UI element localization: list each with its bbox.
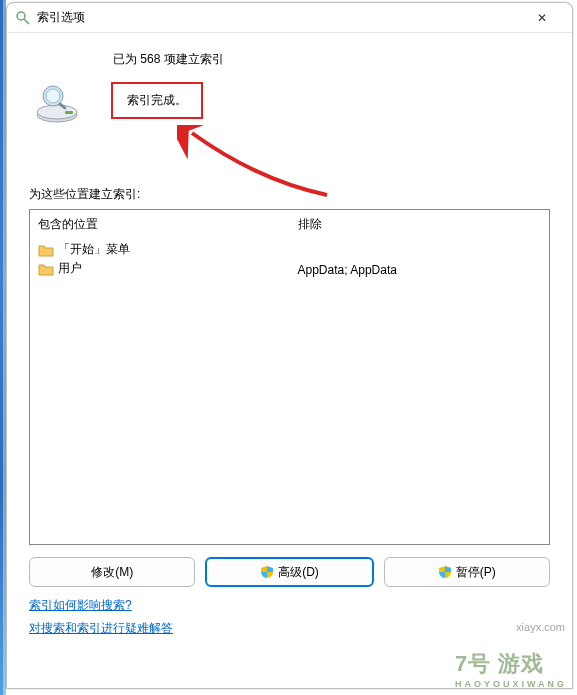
titlebar: 索引选项 ✕ [7,3,572,33]
shield-icon [438,565,452,579]
folder-icon [38,262,54,276]
locations-list[interactable]: 包含的位置 「开始」菜单 用户 排除 AppData; AppData [29,209,550,545]
excluded-header: 排除 [298,216,542,233]
status-row: 索引完成。 [29,82,550,126]
index-complete-label: 索引完成。 [127,93,187,107]
list-item[interactable]: 用户 [38,260,282,277]
location-label: 「开始」菜单 [58,241,130,258]
shield-icon [260,565,274,579]
svg-point-0 [17,12,25,20]
help-link-search[interactable]: 索引如何影响搜索? [29,597,132,614]
button-row: 修改(M) 高级(D) [29,557,550,587]
locations-label: 为这些位置建立索引: [29,186,550,203]
help-links: 索引如何影响搜索? 对搜索和索引进行疑难解答 [29,597,550,637]
svg-rect-4 [65,111,73,114]
window-title: 索引选项 [37,9,520,26]
included-column: 包含的位置 「开始」菜单 用户 [30,210,290,544]
excluded-value: AppData; AppData [298,263,542,277]
index-count-label: 已为 568 项建立索引 [113,51,550,68]
pause-label: 暂停(P) [456,564,496,581]
advanced-label: 高级(D) [278,564,319,581]
location-label: 用户 [58,260,82,277]
excluded-column: 排除 AppData; AppData [290,210,550,544]
folder-icon [38,243,54,257]
modify-label: 修改(M) [91,564,133,581]
pause-button[interactable]: 暂停(P) [384,557,550,587]
help-link-troubleshoot[interactable]: 对搜索和索引进行疑难解答 [29,620,173,637]
svg-line-1 [24,19,29,24]
close-button[interactable]: ✕ [520,4,564,32]
list-item[interactable]: 「开始」菜单 [38,241,282,258]
index-complete-box: 索引完成。 [111,82,203,119]
close-icon: ✕ [537,11,547,25]
svg-point-6 [46,89,60,103]
included-header: 包含的位置 [38,216,282,233]
content-area: 已为 568 项建立索引 索引完成。 [7,33,572,688]
window-icon [15,10,31,26]
drive-search-icon [33,82,83,126]
indexing-options-window: 索引选项 ✕ 已为 568 项建立索引 索引完成。 [6,2,573,689]
modify-button[interactable]: 修改(M) [29,557,195,587]
advanced-button[interactable]: 高级(D) [205,557,373,587]
